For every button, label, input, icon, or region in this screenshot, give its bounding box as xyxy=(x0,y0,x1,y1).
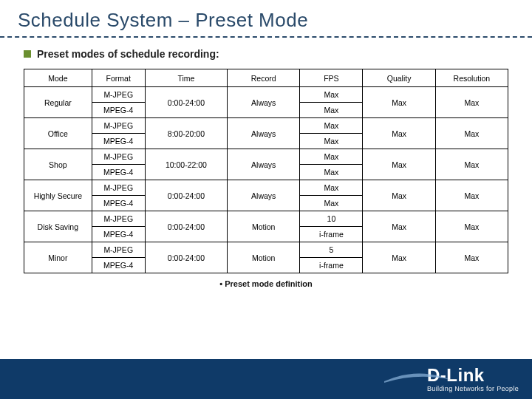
cell-mode: Disk Saving xyxy=(24,211,92,242)
table-header-row: Mode Format Time Record FPS Quality Reso… xyxy=(24,69,508,87)
cell-format: M-JPEG xyxy=(92,242,145,258)
table-row: OfficeM-JPEG8:00-20:00AlwaysMaxMaxMax xyxy=(24,118,508,134)
cell-format: M-JPEG xyxy=(92,211,145,227)
cell-format: M-JPEG xyxy=(92,118,145,134)
cell-resolution: Max xyxy=(435,180,508,211)
col-time: Time xyxy=(145,69,227,87)
bullet-icon xyxy=(24,50,31,58)
cell-quality: Max xyxy=(363,149,435,180)
col-resolution: Resolution xyxy=(435,69,508,87)
cell-quality: Max xyxy=(363,211,435,242)
cell-mode: Regular xyxy=(24,87,92,118)
cell-record: Always xyxy=(228,149,300,180)
cell-fps: Max xyxy=(300,87,363,103)
cell-record: Always xyxy=(228,118,300,149)
cell-resolution: Max xyxy=(435,211,508,242)
cell-fps: Max xyxy=(300,134,363,149)
cell-time: 8:00-20:00 xyxy=(145,118,227,149)
cell-format: M-JPEG xyxy=(92,180,145,196)
cell-record: Motion xyxy=(228,211,300,242)
table-container: Mode Format Time Record FPS Quality Reso… xyxy=(0,66,532,288)
cell-resolution: Max xyxy=(435,242,508,273)
cell-time: 10:00-22:00 xyxy=(145,149,227,180)
cell-fps: i-frame xyxy=(300,227,363,242)
table-row: MinorM-JPEG0:00-24:00Motion5MaxMax xyxy=(24,242,508,258)
cell-quality: Max xyxy=(363,87,435,118)
cell-fps: Max xyxy=(300,118,363,134)
cell-mode: Office xyxy=(24,118,92,149)
table-caption: • Preset mode definition xyxy=(24,279,508,288)
cell-resolution: Max xyxy=(435,118,508,149)
cell-time: 0:00-24:00 xyxy=(145,87,227,118)
cell-time: 0:00-24:00 xyxy=(145,180,227,211)
swoosh-icon xyxy=(384,371,451,384)
table-row: ShopM-JPEG10:00-22:00AlwaysMaxMaxMax xyxy=(24,149,508,165)
cell-format: MPEG-4 xyxy=(92,103,145,118)
cell-quality: Max xyxy=(363,242,435,273)
subtitle-row: Preset modes of schedule recording: xyxy=(0,38,532,66)
cell-time: 0:00-24:00 xyxy=(145,211,227,242)
col-quality: Quality xyxy=(363,69,435,87)
page-title: Schedule System – Preset Mode xyxy=(0,0,532,36)
slide: Schedule System – Preset Mode Preset mod… xyxy=(0,0,532,399)
cell-mode: Minor xyxy=(24,242,92,273)
preset-mode-table: Mode Format Time Record FPS Quality Reso… xyxy=(24,69,508,273)
cell-fps: Max xyxy=(300,180,363,196)
cell-record: Always xyxy=(228,87,300,118)
cell-fps: Max xyxy=(300,103,363,118)
cell-fps: 10 xyxy=(300,211,363,227)
col-fps: FPS xyxy=(300,69,363,87)
col-mode: Mode xyxy=(24,69,92,87)
cell-format: MPEG-4 xyxy=(92,165,145,180)
cell-fps: i-frame xyxy=(300,258,363,273)
cell-format: MPEG-4 xyxy=(92,258,145,273)
subtitle-text: Preset modes of schedule recording: xyxy=(37,48,219,60)
cell-format: M-JPEG xyxy=(92,87,145,103)
cell-mode: Shop xyxy=(24,149,92,180)
cell-record: Motion xyxy=(228,242,300,273)
table-row: RegularM-JPEG0:00-24:00AlwaysMaxMaxMax xyxy=(24,87,508,103)
cell-quality: Max xyxy=(363,118,435,149)
cell-format: MPEG-4 xyxy=(92,134,145,149)
cell-resolution: Max xyxy=(435,87,508,118)
cell-fps: Max xyxy=(300,149,363,165)
footer-bar: D-Link Building Networks for People xyxy=(0,359,532,399)
cell-format: M-JPEG xyxy=(92,149,145,165)
col-record: Record xyxy=(228,69,300,87)
cell-fps: Max xyxy=(300,165,363,180)
cell-resolution: Max xyxy=(435,149,508,180)
cell-mode: Highly Secure xyxy=(24,180,92,211)
table-row: Highly SecureM-JPEG0:00-24:00AlwaysMaxMa… xyxy=(24,180,508,196)
brand-tagline: Building Networks for People xyxy=(427,386,519,392)
cell-format: MPEG-4 xyxy=(92,227,145,242)
cell-time: 0:00-24:00 xyxy=(145,242,227,273)
cell-format: MPEG-4 xyxy=(92,196,145,211)
cell-record: Always xyxy=(228,180,300,211)
cell-fps: Max xyxy=(300,196,363,211)
cell-quality: Max xyxy=(363,180,435,211)
table-row: Disk SavingM-JPEG0:00-24:00Motion10MaxMa… xyxy=(24,211,508,227)
col-format: Format xyxy=(92,69,145,87)
cell-fps: 5 xyxy=(300,242,363,258)
